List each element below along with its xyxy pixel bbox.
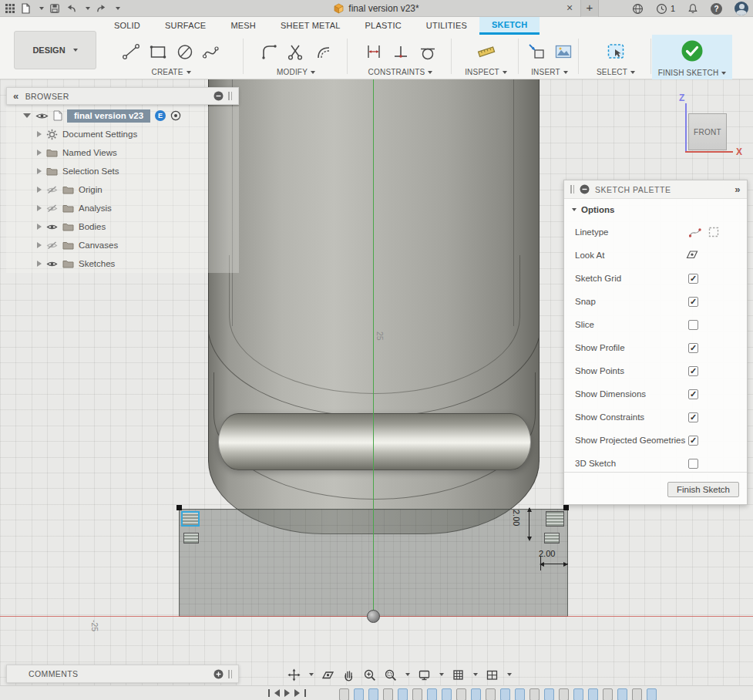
dimension-width-value[interactable]: 2.00 [539, 549, 555, 558]
sketch-corner-handle[interactable] [563, 505, 569, 510]
sketch-corner-handle[interactable] [176, 505, 182, 510]
view-cube[interactable]: Z FRONT X [674, 91, 748, 164]
expand-arrow-icon[interactable] [37, 150, 42, 156]
finish-sketch-button[interactable]: FINISH SKETCH [652, 35, 732, 79]
timeline-feature[interactable] [617, 688, 627, 700]
timeline-step-forward-icon[interactable] [294, 689, 300, 697]
visibility-off-eye-icon[interactable] [46, 241, 58, 250]
extensions-globe-icon[interactable] [632, 3, 644, 15]
finish-sketch-palette-button[interactable]: Finish Sketch [667, 482, 739, 497]
zoom-window-caret-icon[interactable] [405, 673, 410, 676]
tab-sheet-metal[interactable]: SHEET METAL [268, 17, 353, 35]
insert-group-dropdown[interactable]: INSERT [519, 68, 580, 76]
insert-canvas-icon[interactable] [553, 42, 573, 62]
browser-item-selection-sets[interactable]: Selection Sets [6, 162, 239, 180]
browser-root-row[interactable]: final version v23 E [6, 106, 239, 125]
zoom-window-icon[interactable] [384, 668, 397, 681]
tab-mesh[interactable]: MESH [218, 17, 268, 35]
dimension-height-value[interactable]: 2.00 [512, 510, 521, 526]
timeline-feature[interactable] [500, 688, 510, 700]
show-projected-geometries-checkbox[interactable]: ✓ [688, 436, 698, 446]
linetype-construction-icon[interactable] [708, 227, 719, 237]
grid-snaps-caret-icon[interactable] [473, 673, 478, 676]
job-status-clock-icon[interactable] [656, 3, 667, 15]
visibility-eye-icon[interactable] [46, 223, 58, 231]
expand-arrow-icon[interactable] [23, 113, 31, 118]
timeline-feature[interactable] [456, 688, 466, 700]
browser-collapse-icon[interactable]: « [13, 90, 19, 102]
palette-expand-icon[interactable]: » [735, 183, 741, 195]
look-at-icon[interactable] [686, 249, 698, 260]
measure-tool-icon[interactable] [476, 42, 496, 62]
constraint-glyph-selected[interactable] [181, 511, 200, 527]
tab-utilities[interactable]: UTILITIES [414, 17, 479, 35]
horizontal-vertical-constraint-icon[interactable] [391, 42, 411, 62]
inspect-group-dropdown[interactable]: INSPECT [452, 68, 519, 76]
comments-panel-grip[interactable] [228, 670, 232, 678]
browser-root-label[interactable]: final version v23 [67, 109, 150, 123]
trim-scissors-icon[interactable] [286, 42, 306, 62]
browser-item-named-views[interactable]: Named Views [6, 143, 239, 162]
select-window-icon[interactable] [605, 41, 627, 62]
expand-arrow-icon[interactable] [37, 205, 42, 211]
expand-arrow-icon[interactable] [37, 168, 42, 174]
linetype-curvature-icon[interactable] [689, 227, 701, 237]
timeline-feature[interactable] [588, 688, 598, 700]
timeline-feature[interactable] [559, 688, 569, 700]
insert-derive-icon[interactable] [526, 42, 546, 62]
visibility-off-eye-icon[interactable] [46, 186, 58, 194]
offset-tool-icon[interactable] [313, 42, 333, 62]
constraint-glyph[interactable] [183, 533, 199, 544]
expand-arrow-icon[interactable] [37, 131, 42, 137]
timeline-feature[interactable] [647, 688, 657, 700]
sketch-dimension-icon[interactable] [364, 42, 384, 62]
look-at-nav-icon[interactable] [321, 668, 334, 681]
timeline-feature[interactable] [486, 688, 496, 700]
viewports-caret-icon[interactable] [507, 673, 512, 676]
browser-item-canvases[interactable]: Canvases [6, 236, 239, 254]
timeline-feature[interactable] [442, 688, 452, 700]
circle-tool-icon[interactable] [175, 42, 195, 62]
timeline-feature[interactable] [573, 688, 583, 700]
show-dimensions-checkbox[interactable]: ✓ [688, 389, 698, 399]
constraint-glyph[interactable] [544, 533, 560, 544]
help-icon[interactable]: ? [711, 3, 722, 15]
display-settings-icon[interactable] [418, 668, 431, 681]
timeline-feature[interactable] [398, 688, 408, 700]
spline-tool-icon[interactable] [202, 42, 222, 62]
palette-grip[interactable] [570, 185, 574, 194]
orbit-caret-icon[interactable] [309, 673, 314, 676]
slice-checkbox[interactable] [688, 320, 698, 330]
comments-expand-icon[interactable] [213, 669, 224, 679]
expand-arrow-icon[interactable] [37, 187, 42, 193]
sketch-centerline-green[interactable] [373, 79, 374, 617]
pan-hand-icon[interactable] [342, 668, 355, 681]
visibility-off-eye-icon[interactable] [46, 204, 58, 213]
timeline-feature[interactable] [427, 688, 437, 700]
modify-group-dropdown[interactable]: MODIFY [245, 68, 347, 76]
sketch-palette-header[interactable]: SKETCH PALETTE » [564, 180, 747, 199]
show-constraints-checkbox[interactable]: ✓ [688, 412, 698, 422]
zoom-icon[interactable] [363, 668, 376, 681]
timeline-feature[interactable] [471, 688, 481, 700]
create-group-dropdown[interactable]: CREATE [102, 68, 240, 76]
design-workspace-menu[interactable]: DESIGN [14, 31, 96, 69]
timeline-feature[interactable] [412, 688, 422, 700]
timeline-feature[interactable] [603, 688, 613, 700]
expand-arrow-icon[interactable] [37, 261, 42, 267]
sketch-grid-checkbox[interactable]: ✓ [688, 274, 698, 284]
browser-item-origin[interactable]: Origin [6, 180, 239, 199]
timeline-feature[interactable] [383, 688, 393, 700]
snap-checkbox[interactable]: ✓ [688, 297, 698, 307]
browser-panel-grip[interactable] [228, 92, 232, 100]
new-document-tab-button[interactable]: + [580, 0, 599, 17]
expand-arrow-icon[interactable] [37, 224, 42, 230]
browser-item-bodies[interactable]: Bodies [6, 217, 239, 236]
options-section-header[interactable]: Options [564, 200, 747, 219]
timeline-go-to-end-icon[interactable] [304, 689, 306, 697]
free-orbit-icon[interactable] [287, 668, 301, 681]
browser-item-sketches[interactable]: Sketches [6, 254, 239, 273]
viewports-icon[interactable] [486, 668, 499, 681]
timeline-go-to-start-icon[interactable] [268, 689, 270, 697]
browser-item-analysis[interactable]: Analysis [6, 199, 239, 217]
